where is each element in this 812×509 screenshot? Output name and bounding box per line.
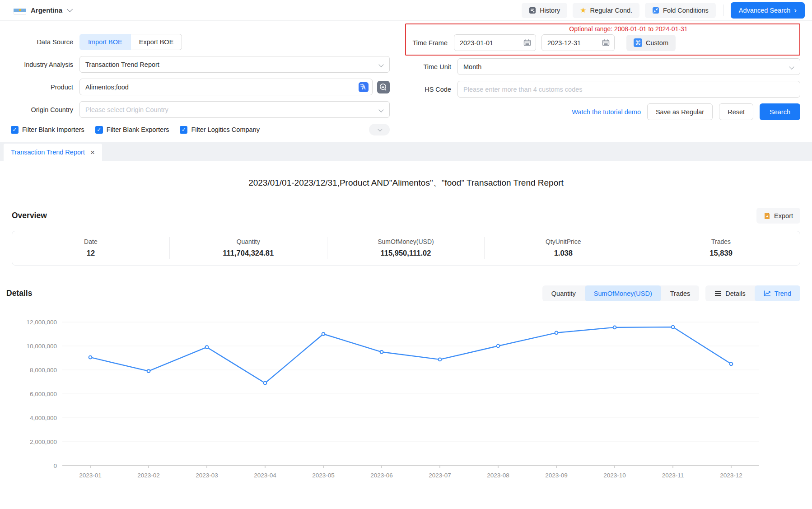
calendar-icon	[523, 39, 531, 47]
export-file-icon	[764, 212, 770, 219]
fold-conditions-button[interactable]: Fold Conditions	[645, 3, 716, 18]
y-axis-label: 8,000,000	[30, 367, 57, 374]
chart-point-2023-01[interactable]	[89, 356, 92, 359]
custom-icon: ⌘	[634, 38, 642, 47]
overview-stat: Date12	[12, 237, 170, 259]
table-icon	[714, 290, 722, 297]
stat-label: Quantity	[170, 238, 327, 245]
chart-point-2023-05[interactable]	[322, 332, 325, 336]
end-date-input[interactable]: 2023-12-31	[541, 34, 615, 51]
start-date-input[interactable]: 2023-01-01	[454, 34, 536, 51]
x-axis-label: 2023-08	[487, 472, 509, 479]
stat-value: 115,950,111.02	[327, 249, 485, 257]
y-axis-label: 10,000,000	[26, 343, 57, 350]
history-icon	[529, 7, 536, 14]
form-actions: Watch the tutorial demo Save as Regular …	[411, 103, 800, 120]
advanced-search-button[interactable]: Advanced Search ›	[731, 2, 805, 19]
checkbox-checked-icon[interactable]: ✓	[95, 126, 103, 134]
reset-button[interactable]: Reset	[719, 103, 753, 120]
close-icon[interactable]: ×	[90, 149, 95, 156]
origin-country-label: Origin Country	[0, 106, 79, 113]
y-axis-label: 2,000,000	[30, 439, 57, 445]
x-axis-label: 2023-02	[137, 472, 160, 479]
star-icon: ★	[580, 6, 586, 14]
industry-analysis-select[interactable]: Transaction Trend Report	[79, 56, 390, 73]
checkbox-label: Filter Logitics Company	[191, 126, 260, 133]
x-axis-label: 2023-05	[312, 472, 335, 479]
export-boe-tab[interactable]: Export BOE	[131, 34, 182, 50]
collapse-form-button[interactable]	[369, 124, 390, 135]
checkbox-label: Filter Blank Importers	[22, 126, 84, 133]
chevron-down-icon	[789, 64, 794, 69]
overview-heading: Overview	[12, 211, 47, 220]
metric-tab-quantity[interactable]: Quantity	[542, 285, 585, 301]
product-lookup-icon[interactable]	[377, 81, 390, 93]
chevron-down-icon	[67, 6, 73, 12]
y-axis-label: 12,000,000	[26, 319, 57, 326]
details-heading: Details	[6, 289, 32, 298]
tab-transaction-trend-report[interactable]: Transaction Trend Report ×	[4, 144, 102, 161]
custom-range-button[interactable]: ⌘ Custom	[626, 35, 676, 51]
country-selector[interactable]: Argentina	[14, 6, 71, 15]
x-axis-label: 2023-03	[196, 472, 218, 479]
chevron-down-icon	[378, 62, 383, 67]
industry-analysis-label: Industry Analysis	[0, 61, 79, 68]
x-axis-label: 2023-10	[603, 472, 626, 479]
optional-range-text: Optional range: 2008-01-01 to 2024-01-31	[407, 25, 796, 33]
filter-checkbox[interactable]: ✓Filter Blank Importers	[11, 126, 84, 134]
export-button[interactable]: Export	[756, 208, 800, 224]
time-unit-select[interactable]: Month	[457, 58, 800, 75]
data-source-segment: Import BOE Export BOE	[79, 34, 182, 50]
stat-label: SumOfMoney(USD)	[327, 238, 485, 245]
chart-point-2023-10[interactable]	[613, 326, 616, 329]
checkbox-checked-icon[interactable]: ✓	[11, 126, 19, 134]
chart-point-2023-08[interactable]	[497, 345, 500, 348]
hs-code-input-wrap	[457, 81, 800, 98]
translate-icon[interactable]: A	[359, 82, 369, 92]
stat-value: 111,704,324.81	[170, 249, 327, 257]
save-as-regular-button[interactable]: Save as Regular	[647, 103, 713, 120]
history-button[interactable]: History	[522, 3, 567, 18]
view-tab-details[interactable]: Details	[705, 285, 754, 301]
overview-stat: Quantity111,704,324.81	[170, 237, 327, 259]
chart-point-2023-07[interactable]	[439, 358, 442, 361]
chart-point-2023-09[interactable]	[555, 331, 558, 334]
view-tab-trend[interactable]: Trend	[755, 285, 800, 301]
metric-tab-trades[interactable]: Trades	[661, 285, 700, 301]
chart-point-2023-04[interactable]	[264, 382, 267, 385]
metric-tab-sumofmoney-usd-[interactable]: SumOfMoney(USD)	[585, 285, 661, 301]
import-boe-tab[interactable]: Import BOE	[79, 34, 131, 50]
regular-cond-button[interactable]: ★ Regular Cond.	[573, 3, 639, 18]
x-axis-label: 2023-01	[79, 472, 102, 479]
filter-checkbox[interactable]: ✓Filter Logitics Company	[180, 126, 260, 134]
chart-point-2023-06[interactable]	[380, 350, 383, 354]
trend-line	[90, 327, 731, 383]
chart-point-2023-12[interactable]	[730, 362, 733, 365]
stat-label: Trades	[642, 238, 800, 245]
x-axis-label: 2023-12	[720, 472, 742, 479]
divider	[723, 5, 723, 16]
search-button[interactable]: Search	[760, 103, 800, 120]
x-axis-label: 2023-04	[254, 472, 276, 479]
data-source-label: Data Source	[0, 38, 79, 46]
x-axis-label: 2023-11	[662, 472, 684, 479]
x-axis-label: 2023-09	[545, 472, 568, 479]
chart-point-2023-11[interactable]	[672, 326, 675, 329]
y-axis-label: 6,000,000	[30, 391, 57, 397]
filter-checkbox[interactable]: ✓Filter Blank Exporters	[95, 126, 169, 134]
product-input[interactable]	[85, 84, 355, 91]
x-axis-label: 2023-07	[429, 472, 451, 479]
filter-checkbox-row: ✓Filter Blank Importers✓Filter Blank Exp…	[0, 124, 390, 135]
checkbox-checked-icon[interactable]: ✓	[180, 126, 187, 134]
chart-point-2023-03[interactable]	[205, 346, 209, 349]
view-tab-group: Details Trend	[705, 285, 800, 301]
tutorial-link[interactable]: Watch the tutorial demo	[572, 108, 641, 116]
time-frame-label: Time Frame	[407, 39, 454, 47]
hs-code-input[interactable]	[463, 86, 784, 93]
overview-stat: SumOfMoney(USD)115,950,111.02	[327, 237, 485, 259]
hs-code-label: HS Code	[411, 86, 457, 93]
origin-country-select[interactable]: Please select Origin Country	[79, 101, 390, 118]
chart-point-2023-02[interactable]	[147, 369, 150, 373]
product-input-wrap: A	[79, 79, 373, 95]
chevron-down-icon	[378, 107, 383, 112]
